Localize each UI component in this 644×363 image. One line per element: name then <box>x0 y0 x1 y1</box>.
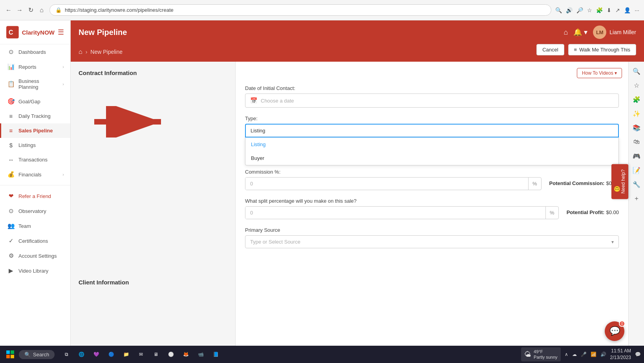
calendar-icon: 📅 <box>250 97 258 104</box>
sidebar-certifications-label: Certifications <box>18 238 48 244</box>
sidebar-item-sales-pipeline[interactable]: ≡ Sales Pipeline <box>0 123 70 138</box>
sidebar-refer-a-friend-icon: ❤ <box>7 192 15 200</box>
sidebar-chevron-icon: › <box>62 64 64 69</box>
sidebar-games-icon[interactable]: 🎮 <box>630 150 643 162</box>
right-panel: How To Videos ▾ Date of Initial Contact:… <box>236 62 628 346</box>
need-help-icon: 😊 <box>614 186 620 192</box>
address-bar[interactable]: 🔒 https://staging.claritynowre.com/pipel… <box>49 4 551 16</box>
sidebar-reports-icon: 📊 <box>7 63 15 70</box>
sidebar-chevron-icon: › <box>62 172 64 177</box>
sidebar-item-video-library[interactable]: ▶ Video Library <box>0 263 70 278</box>
sidebar-goal-gap-icon: 🎯 <box>7 98 15 105</box>
downloads-icon[interactable]: ⬇ <box>607 7 611 13</box>
sidebar-tools-icon[interactable]: 🔧 <box>630 178 643 191</box>
split-row: % Potential Profit: $0.00 <box>245 206 619 219</box>
client-section-title: Client Information <box>79 279 227 286</box>
sidebar-transactions-label: Transactions <box>18 157 48 163</box>
home-button[interactable]: ⌂ <box>38 6 46 14</box>
sidebar-item-observatory[interactable]: ⊙ Observatory <box>0 204 70 218</box>
breadcrumb-left: ⌂ › New Pipeline <box>79 48 123 55</box>
sidebar-reports-label: Reports <box>18 64 37 70</box>
sidebar-dashboards-label: Dashboards <box>18 49 46 55</box>
sidebar-todo-icon[interactable]: 📝 <box>630 164 643 176</box>
sidebar-item-certifications[interactable]: ✓ Certifications <box>0 233 70 248</box>
profile-icon[interactable]: 👤 <box>624 7 631 13</box>
red-arrow-icon <box>94 106 173 138</box>
extensions-icon[interactable]: 🧩 <box>596 7 603 13</box>
commission-form-group: Commission %: % Potential Commission: $0… <box>245 169 619 190</box>
date-form-group: Date of Initial Contact: 📅 Choose a date <box>245 85 619 108</box>
read-aloud-icon[interactable]: 🔊 <box>566 7 573 13</box>
sidebar-item-dashboards[interactable]: ⊙ Dashboards <box>0 44 70 59</box>
commission-row: % Potential Commission: $0.00 <box>245 177 619 190</box>
sidebar-financials-label: Financials <box>18 172 42 178</box>
app-container: C ClarityNOW ☰ ⊙ Dashboards 📊 Reports › … <box>0 20 644 346</box>
sidebar-bottom-section: ❤ Refer a Friend ⊙ Observatory 👥 Team ✓ … <box>0 185 70 278</box>
how-to-label: How To Videos ▾ <box>582 70 617 76</box>
sidebar-item-financials[interactable]: 💰 Financials › <box>0 167 70 182</box>
back-button[interactable]: ← <box>5 6 13 14</box>
dropdown-option-buyer[interactable]: Buyer <box>245 151 618 165</box>
sidebar-listings-label: Listings <box>18 142 36 148</box>
sidebar-item-goal-gap[interactable]: 🎯 Goal/Gap <box>0 94 70 109</box>
chat-button[interactable]: 💬 0 <box>605 321 624 341</box>
need-help-label: Need help? <box>620 169 626 193</box>
sidebar-item-listings[interactable]: $ Listings <box>0 138 70 152</box>
sidebar-sales-pipeline-icon: ≡ <box>7 127 15 134</box>
sidebar-item-account-settings[interactable]: ⚙ Account Settings <box>0 248 70 263</box>
date-input[interactable]: 📅 Choose a date <box>245 94 619 108</box>
browser-nav: ← → ↻ ⌂ <box>5 6 46 14</box>
logo-text: ClarityNOW <box>22 29 55 36</box>
sidebar-account-settings-label: Account Settings <box>18 253 57 259</box>
breadcrumb-home-icon[interactable]: ⌂ <box>79 48 82 55</box>
topbar-icons: ⌂ 🔔 ▾ LM Liam Miller <box>564 26 636 39</box>
how-to-videos-button[interactable]: How To Videos ▾ <box>577 68 622 78</box>
topbar: New Pipeline ⌂ 🔔 ▾ LM Liam Miller <box>71 20 644 44</box>
chat-button-container: 💬 0 <box>605 321 624 341</box>
sidebar-logo: C ClarityNOW ☰ <box>0 20 70 44</box>
type-input[interactable] <box>245 124 619 138</box>
need-help-tab[interactable]: Need help? 😊 <box>611 164 628 199</box>
forward-button[interactable]: → <box>16 6 24 14</box>
sidebar-item-reports[interactable]: 📊 Reports › <box>0 59 70 74</box>
sidebar-chevron-icon: › <box>62 82 64 86</box>
zoom-icon[interactable]: 🔎 <box>576 7 583 13</box>
client-section: Client Information <box>79 279 227 286</box>
sidebar-plus-icon[interactable]: ＋ <box>630 192 643 205</box>
more-icon[interactable]: ··· <box>635 7 639 13</box>
sidebar-extensions-icon[interactable]: 🧩 <box>630 93 643 106</box>
sidebar-item-team[interactable]: 👥 Team <box>0 218 70 233</box>
user-menu[interactable]: LM Liam Miller <box>593 26 636 39</box>
sidebar-shopping-icon[interactable]: 🛍 <box>630 136 643 148</box>
cancel-button[interactable]: Cancel <box>536 44 564 55</box>
sidebar-star-icon[interactable]: ☆ <box>630 79 643 92</box>
favorites-icon[interactable]: ☆ <box>587 7 592 13</box>
bell-icon[interactable]: 🔔 ▾ <box>573 28 587 37</box>
potential-profit-value: $0.00 <box>606 209 619 215</box>
source-select[interactable]: Type or Select Source ▾ <box>245 235 619 248</box>
search-extensions-icon[interactable]: 🔍 <box>555 7 562 13</box>
dropdown-option-listing[interactable]: Listing <box>245 138 618 151</box>
sidebar-sales-pipeline-label: Sales Pipeline <box>18 128 53 134</box>
sidebar-item-daily-tracking[interactable]: ≡ Daily Tracking <box>0 109 70 123</box>
share-icon[interactable]: ↗ <box>615 7 620 13</box>
hamburger-menu[interactable]: ☰ <box>58 28 64 37</box>
potential-profit-label: Potential Profit: <box>567 209 605 215</box>
browser-toolbar: 🔍 🔊 🔎 ☆ 🧩 ⬇ ↗ 👤 ··· <box>555 7 639 13</box>
refresh-button[interactable]: ↻ <box>27 6 35 14</box>
potential-commission-label: Potential Commission: <box>549 180 605 186</box>
walk-me-through-button[interactable]: ≡ Walk Me Through This <box>568 44 636 55</box>
sidebar-item-transactions[interactable]: ↔ Transactions <box>0 152 70 167</box>
sidebar-item-business-planning[interactable]: 📋 Business Planning › <box>0 74 70 94</box>
home-icon[interactable]: ⌂ <box>564 28 568 37</box>
user-name: Liam Miller <box>609 29 636 35</box>
sidebar-collections-icon[interactable]: 📚 <box>630 121 643 134</box>
sidebar-item-refer-a-friend[interactable]: ❤ Refer a Friend <box>0 189 70 204</box>
split-input[interactable] <box>245 207 545 219</box>
sidebar-copilot-icon[interactable]: ✨ <box>630 107 643 120</box>
sidebar-search-icon[interactable]: 🔍 <box>630 65 643 77</box>
user-avatar: LM <box>593 26 606 39</box>
need-help-tab-container: Need help? 😊 <box>611 164 628 199</box>
svg-text:C: C <box>9 29 13 36</box>
commission-input[interactable] <box>245 178 528 190</box>
